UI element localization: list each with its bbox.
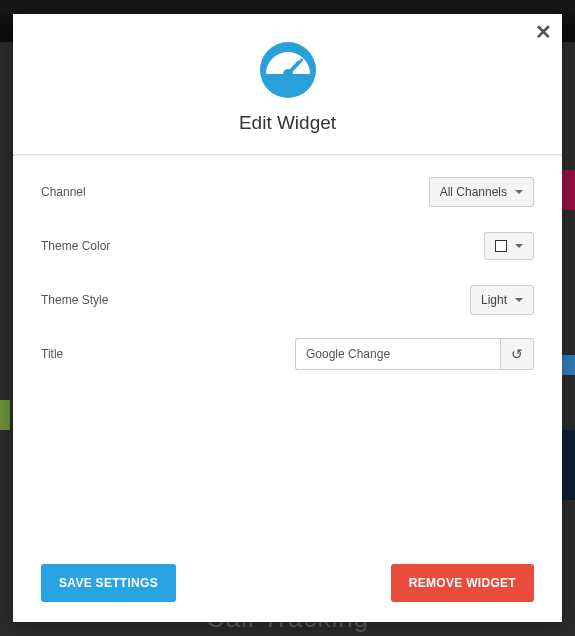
theme-style-label: Theme Style (41, 293, 108, 307)
reset-title-button[interactable]: ↺ (500, 338, 534, 370)
edit-widget-modal: ✕ Edit Widget Channel All Channels (13, 14, 562, 622)
svg-point-3 (270, 66, 273, 69)
theme-color-label: Theme Color (41, 239, 110, 253)
svg-point-5 (286, 53, 289, 56)
svg-point-4 (275, 57, 278, 60)
theme-color-dropdown[interactable] (484, 232, 534, 260)
title-input-group: ↺ (295, 338, 534, 370)
title-input[interactable] (295, 338, 500, 370)
title-row: Title ↺ (41, 338, 534, 370)
channel-row: Channel All Channels (41, 176, 534, 208)
undo-icon: ↺ (511, 346, 523, 362)
save-settings-button[interactable]: SAVE SETTINGS (41, 564, 176, 602)
svg-point-7 (302, 66, 305, 69)
close-icon: ✕ (535, 21, 552, 43)
close-button[interactable]: ✕ (535, 22, 552, 42)
theme-style-dropdown[interactable]: Light (470, 285, 534, 315)
channel-label: Channel (41, 185, 86, 199)
modal-header: Edit Widget (13, 14, 562, 154)
theme-style-value: Light (481, 293, 507, 307)
title-label: Title (41, 347, 63, 361)
chevron-down-icon (515, 190, 523, 194)
theme-color-row: Theme Color (41, 230, 534, 262)
remove-widget-button[interactable]: REMOVE WIDGET (391, 564, 534, 602)
modal-title: Edit Widget (33, 112, 542, 134)
gauge-icon (260, 42, 316, 98)
color-swatch (495, 240, 507, 252)
channel-dropdown[interactable]: All Channels (429, 177, 534, 207)
modal-footer: SAVE SETTINGS REMOVE WIDGET (13, 548, 562, 622)
modal-body: Channel All Channels Theme Color Theme S… (13, 156, 562, 548)
chevron-down-icon (515, 244, 523, 248)
channel-value: All Channels (440, 185, 507, 199)
svg-point-6 (297, 57, 300, 60)
theme-style-row: Theme Style Light (41, 284, 534, 316)
chevron-down-icon (515, 298, 523, 302)
